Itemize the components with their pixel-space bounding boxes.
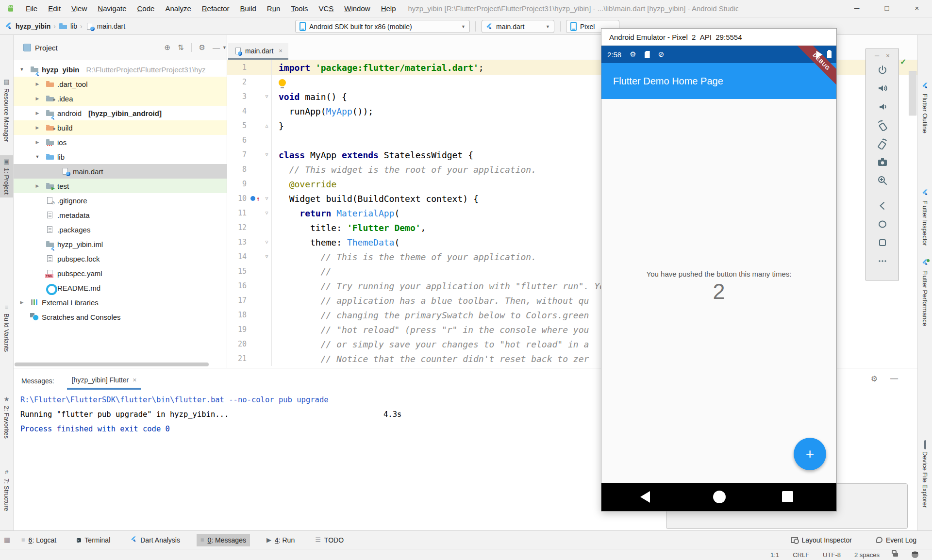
emulator-screenshot-icon[interactable] xyxy=(877,156,888,168)
emulator-rotate-left-icon[interactable] xyxy=(877,119,888,131)
tree-item--idea[interactable]: ▶*.idea xyxy=(14,91,227,106)
tool-button-4-run[interactable]: ▶4: Run xyxy=(263,534,299,546)
tool-button-dart-analysis[interactable]: Dart Analysis xyxy=(127,534,184,546)
gear-icon[interactable]: ⚙ xyxy=(199,43,205,52)
maximize-button[interactable]: □ xyxy=(872,0,902,17)
menu-build[interactable]: Build xyxy=(234,0,261,17)
expand-arrow-icon[interactable]: ▶ xyxy=(32,140,43,145)
fold-marker-icon[interactable]: ▽ xyxy=(262,235,272,249)
tree-item-pubspec-yaml[interactable]: YMLpubspec.yaml xyxy=(14,266,227,280)
tool-window-switcher-icon[interactable]: ▦ xyxy=(4,536,10,544)
nav-overview-icon[interactable] xyxy=(782,491,793,502)
emulator-zoom-icon[interactable] xyxy=(877,175,888,186)
emulator-minimize-button[interactable]: ─ xyxy=(875,52,879,59)
tree-item-hyzp-yibin[interactable]: ▼hyzp_yibinR:\FlutterProject\FlutterProj… xyxy=(14,62,227,77)
locate-file-icon[interactable]: ⊕ xyxy=(164,43,170,52)
flutter-console-tab[interactable]: [hyzp_yibin] Flutter × xyxy=(67,376,142,390)
ide-notification-icon[interactable] xyxy=(912,551,918,558)
fold-marker-icon[interactable]: ▽ xyxy=(262,89,272,104)
tree-item-main-dart[interactable]: main.dart xyxy=(14,164,227,179)
expand-arrow-icon[interactable]: ▶ xyxy=(32,111,43,115)
project-view-selector[interactable]: Project xyxy=(35,44,58,52)
breadcrumb-lib[interactable]: lib xyxy=(70,22,77,30)
expand-arrow-icon[interactable]: ▶ xyxy=(32,96,43,101)
close-icon[interactable]: × xyxy=(133,376,136,384)
fab-increment-button[interactable]: + xyxy=(794,438,826,470)
tool-button-0-messages[interactable]: ≡0: Messages xyxy=(197,534,250,546)
menu-vcs[interactable]: VCS xyxy=(313,0,339,17)
gear-icon[interactable]: ⚙ xyxy=(871,374,878,383)
menu-window[interactable]: Window xyxy=(339,0,375,17)
expand-arrow-icon[interactable]: ▶ xyxy=(32,183,43,188)
sidebar-item-resource-manager[interactable]: ▤Resource Manager xyxy=(0,76,13,145)
close-tab-icon[interactable]: × xyxy=(279,47,283,54)
menu-edit[interactable]: Edit xyxy=(43,0,66,17)
run-config-selector[interactable]: main.dart ▼ xyxy=(482,20,554,33)
tree-item--metadata[interactable]: .metadata xyxy=(14,208,227,222)
emulator-volume-up-icon[interactable] xyxy=(877,82,888,94)
intention-bulb-icon[interactable] xyxy=(279,79,286,86)
menu-refactor[interactable]: Refactor xyxy=(197,0,235,17)
tree-item--dart-tool[interactable]: ▶.dart_tool xyxy=(14,77,227,91)
tree-item-scratches-and-consoles[interactable]: Scratches and Consoles xyxy=(14,310,227,324)
hide-panel-icon[interactable]: ― xyxy=(890,374,898,383)
tree-item-test[interactable]: ▶▶test xyxy=(14,179,227,193)
menu-tools[interactable]: Tools xyxy=(285,0,313,17)
close-button[interactable]: × xyxy=(902,0,932,17)
menu-run[interactable]: Run xyxy=(262,0,286,17)
tree-item-hyzp-yibin-iml[interactable]: hyzp_yibin.iml xyxy=(14,237,227,251)
status-2-spaces[interactable]: 2 spaces xyxy=(854,551,880,559)
expand-arrow-icon[interactable]: ▶ xyxy=(32,82,43,86)
fold-marker-icon[interactable]: ▽ xyxy=(262,148,272,162)
emulator-title[interactable]: Android Emulator - Pixel_2_API_29:5554 xyxy=(601,29,836,46)
sidebar-item-flutter-inspector[interactable]: Flutter Inspector xyxy=(918,186,932,249)
expand-arrow-icon[interactable]: ▶ xyxy=(32,125,43,130)
breadcrumb-project[interactable]: hyzp_yibin xyxy=(16,22,50,30)
status-crlf[interactable]: CRLF xyxy=(793,551,809,559)
event-log-button[interactable]: Event Log xyxy=(872,534,920,546)
fold-marker-icon[interactable]: ▽ xyxy=(262,191,272,206)
layout-inspector-button[interactable]: Layout Inspector xyxy=(787,534,856,546)
tree-item-external-libraries[interactable]: ▶External Libraries xyxy=(14,295,227,310)
emulator-more-icon[interactable] xyxy=(877,255,888,267)
collapse-arrow-icon[interactable]: ▼ xyxy=(32,154,43,159)
emulator-rotate-right-icon[interactable] xyxy=(877,138,888,149)
emulator-screen[interactable]: DEBUG 2:58 ⚙ ⊘ Flutter Demo Home Page Yo… xyxy=(601,46,836,511)
minimize-button[interactable]: ─ xyxy=(842,0,872,17)
nav-back-icon[interactable] xyxy=(640,491,650,503)
status-1-1[interactable]: 1:1 xyxy=(770,551,779,559)
tree-item-pubspec-lock[interactable]: pubspec.lock xyxy=(14,251,227,266)
fold-marker-icon[interactable]: ▽ xyxy=(262,206,272,220)
sidebar-item-7-structure[interactable]: #7: Structure xyxy=(0,466,13,514)
console-file-link[interactable]: R:\Flutter\FlutterSDK\flutter\bin\flutte… xyxy=(20,395,224,404)
nav-home-icon[interactable] xyxy=(713,491,726,503)
menu-view[interactable]: View xyxy=(66,0,92,17)
tree-item-android[interactable]: ▶android[hyzp_yibin_android] xyxy=(14,106,227,120)
emulator-close-button[interactable]: × xyxy=(886,52,890,59)
expand-arrow-icon[interactable]: ▶ xyxy=(17,300,27,305)
fold-marker-icon[interactable]: ▽ xyxy=(262,249,272,264)
horizontal-scrollbar[interactable] xyxy=(15,362,209,366)
menu-help[interactable]: Help xyxy=(376,0,401,17)
editor-scrollbar[interactable] xyxy=(909,71,916,115)
hide-panel-icon[interactable]: ― xyxy=(213,44,220,52)
tree-item-readme-md[interactable]: README.md xyxy=(14,280,227,295)
sidebar-item-build-variants[interactable]: ≡Build Variants xyxy=(0,301,13,355)
emulator-volume-down-icon[interactable] xyxy=(877,101,888,113)
menu-file[interactable]: File xyxy=(20,0,43,17)
collapse-all-icon[interactable]: ⇅ xyxy=(178,43,184,52)
tool-button-terminal[interactable]: >_Terminal xyxy=(73,534,114,546)
collapse-arrow-icon[interactable]: ▼ xyxy=(17,67,27,72)
tree-item--packages[interactable]: .packages xyxy=(14,222,227,237)
sidebar-item-flutter-outline[interactable]: Flutter Outline xyxy=(918,80,932,136)
tree-item-lib[interactable]: ▼lib xyxy=(14,149,227,164)
tool-button-6-logcat[interactable]: ≡6: Logcat xyxy=(17,534,60,546)
tool-button-todo[interactable]: ☰TODO xyxy=(311,534,348,546)
unlock-icon[interactable] xyxy=(893,553,898,557)
fold-marker-icon[interactable]: △ xyxy=(262,118,272,133)
sidebar-item-2-favorites[interactable]: ★2: Favorites xyxy=(0,393,13,442)
emulator-home-icon[interactable] xyxy=(877,218,888,230)
emulator-power-icon[interactable] xyxy=(877,64,888,76)
breadcrumb-file[interactable]: main.dart xyxy=(97,22,125,30)
tree-item-ios[interactable]: ▶•••ios xyxy=(14,135,227,149)
